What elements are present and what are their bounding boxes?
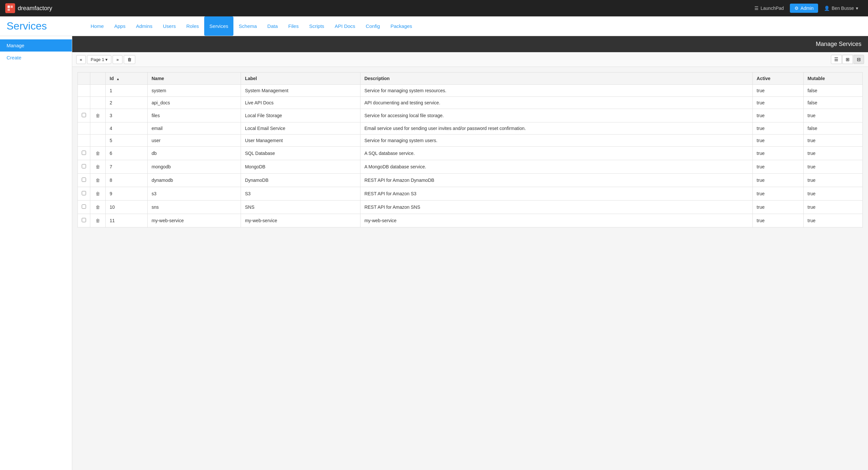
user-button[interactable]: 👤 Ben Busse ▾ [819, 4, 863, 13]
nav-apps[interactable]: Apps [109, 17, 131, 36]
nav-data[interactable]: Data [262, 17, 283, 36]
nav-schema[interactable]: Schema [234, 17, 262, 36]
row-delete-button[interactable]: 🗑 [94, 112, 101, 119]
cell-mutable: false [803, 122, 862, 134]
row-delete-button[interactable]: 🗑 [94, 177, 101, 184]
nav-links: Home Apps Admins Users Roles Services Sc… [85, 17, 417, 36]
cell-id: 3 [106, 109, 148, 122]
row-checkbox[interactable] [82, 113, 86, 117]
cell-description: API documenting and testing service. [360, 97, 752, 109]
checkbox-cell [78, 122, 90, 134]
delete-cell: 🗑 [90, 109, 106, 122]
nav-scripts[interactable]: Scripts [304, 17, 330, 36]
page-dropdown[interactable]: Page 1 ▾ [87, 55, 111, 64]
grid-icon: ☰ [754, 6, 759, 11]
svg-rect-1 [10, 6, 13, 8]
sidebar-item-create[interactable]: Create [0, 52, 72, 64]
cell-active: true [752, 147, 803, 160]
nav-users[interactable]: Users [158, 17, 181, 36]
toolbar-left: « Page 1 ▾ » 🗑 [76, 55, 135, 64]
cell-name: sns [147, 200, 241, 214]
col-id[interactable]: Id ▲ [106, 72, 148, 85]
user-label: Ben Busse [832, 6, 854, 11]
cell-description: Service for managing system resources. [360, 85, 752, 97]
cell-name: user [147, 134, 241, 147]
nav-services[interactable]: Services [204, 17, 234, 36]
cell-description: Service for managing system users. [360, 134, 752, 147]
create-label: Create [6, 55, 21, 60]
nav-config[interactable]: Config [361, 17, 385, 36]
table-header-row: Id ▲ Name Label Description Active Mutab… [78, 72, 863, 85]
row-checkbox[interactable] [82, 164, 86, 168]
cell-label: SNS [241, 200, 361, 214]
cell-description: my-web-service [360, 214, 752, 227]
first-page-button[interactable]: « [76, 55, 86, 64]
table-row: 🗑8dynamodbDynamoDBREST API for Amazon Dy… [78, 174, 863, 187]
delete-cell: 🗑 [90, 187, 106, 200]
page-title: Services [6, 20, 72, 32]
list-view-button[interactable]: ☰ [831, 55, 842, 64]
table-row: 🗑11my-web-servicemy-web-servicemy-web-se… [78, 214, 863, 227]
cell-label: System Management [241, 85, 361, 97]
row-delete-button[interactable]: 🗑 [94, 204, 101, 210]
table-row: 🗑3filesLocal File StorageService for acc… [78, 109, 863, 122]
nav-home[interactable]: Home [85, 17, 109, 36]
cell-id: 4 [106, 122, 148, 134]
first-icon: « [80, 57, 82, 62]
cell-description: REST API for Amazon DynamoDB [360, 174, 752, 187]
cell-mutable: true [803, 109, 862, 122]
cell-label: S3 [241, 187, 361, 200]
next-page-button[interactable]: » [113, 55, 122, 64]
cell-name: my-web-service [147, 214, 241, 227]
admin-button[interactable]: ⚙ Admin [790, 4, 818, 13]
sort-asc-icon: ▲ [116, 77, 120, 81]
cell-label: Local File Storage [241, 109, 361, 122]
cell-active: true [752, 97, 803, 109]
row-delete-button[interactable]: 🗑 [94, 190, 101, 197]
checkbox-cell [78, 85, 90, 97]
cell-mutable: false [803, 85, 862, 97]
nav-admins[interactable]: Admins [131, 17, 158, 36]
cell-mutable: true [803, 134, 862, 147]
cell-id: 5 [106, 134, 148, 147]
nav-api-docs[interactable]: API Docs [330, 17, 361, 36]
sidebar-item-manage[interactable]: Manage [0, 39, 72, 52]
grid-view-button[interactable]: ⊞ [842, 55, 853, 64]
checkbox-cell [78, 187, 90, 200]
cell-label: Live API Docs [241, 97, 361, 109]
navbar: dreamfactory ☰ LaunchPad ⚙ Admin 👤 Ben B… [0, 0, 868, 17]
brand: dreamfactory [5, 3, 52, 13]
row-checkbox[interactable] [82, 151, 86, 155]
col-name: Name [147, 72, 241, 85]
row-checkbox[interactable] [82, 218, 86, 222]
table-row: 1systemSystem ManagementService for mana… [78, 85, 863, 97]
cell-active: true [752, 134, 803, 147]
cell-id: 10 [106, 200, 148, 214]
launchpad-label: LaunchPad [761, 6, 784, 11]
row-delete-button[interactable]: 🗑 [94, 217, 101, 224]
cell-id: 7 [106, 160, 148, 174]
nav-files[interactable]: Files [283, 17, 304, 36]
delete-cell: 🗑 [90, 214, 106, 227]
cell-label: SQL Database [241, 147, 361, 160]
col-active: Active [752, 72, 803, 85]
cell-description: A SQL database service. [360, 147, 752, 160]
table-view-button[interactable]: ⊟ [854, 55, 864, 64]
nav-packages[interactable]: Packages [385, 17, 417, 36]
row-checkbox[interactable] [82, 205, 86, 209]
delete-cell [90, 85, 106, 97]
row-checkbox[interactable] [82, 178, 86, 182]
cell-id: 6 [106, 147, 148, 160]
cell-mutable: true [803, 174, 862, 187]
toolbar-right: ☰ ⊞ ⊟ [831, 55, 864, 64]
cell-name: email [147, 122, 241, 134]
launchpad-button[interactable]: ☰ LaunchPad [750, 4, 788, 13]
cell-name: api_docs [147, 97, 241, 109]
row-delete-button[interactable]: 🗑 [94, 163, 101, 170]
gear-icon: ⚙ [795, 6, 799, 11]
row-delete-button[interactable]: 🗑 [94, 150, 101, 157]
delete-cell [90, 122, 106, 134]
nav-roles[interactable]: Roles [181, 17, 204, 36]
delete-selected-button[interactable]: 🗑 [124, 55, 135, 64]
row-checkbox[interactable] [82, 191, 86, 195]
